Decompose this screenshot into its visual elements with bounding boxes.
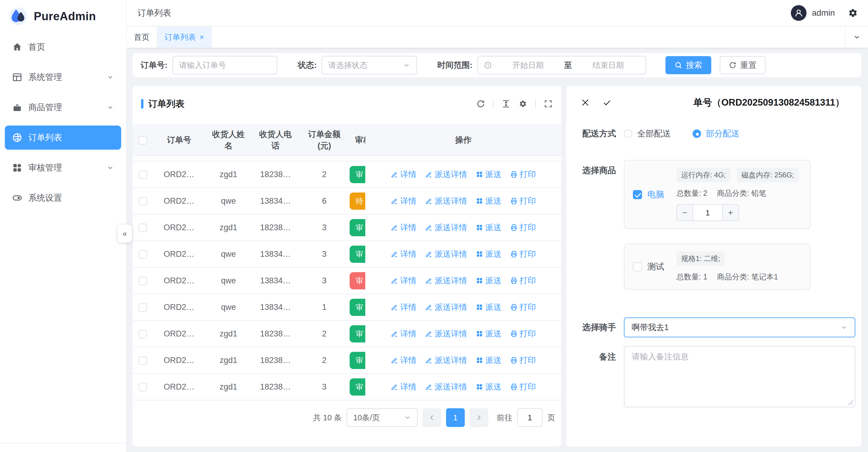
action-detail-link[interactable]: 详情 <box>391 382 416 392</box>
radio-full-delivery[interactable]: 全部配送 <box>624 128 671 139</box>
stepper-plus-button[interactable]: + <box>722 205 738 221</box>
search-button[interactable]: 搜索 <box>665 56 711 74</box>
row-checkbox[interactable] <box>138 330 147 338</box>
row-checkbox[interactable] <box>138 383 147 391</box>
chevron-left-icon <box>428 414 435 421</box>
action-print-link[interactable]: 打印 <box>510 275 536 286</box>
tab-menu-chevron-icon[interactable] <box>845 27 868 48</box>
goto-page-input[interactable] <box>517 408 542 427</box>
confirm-check-icon[interactable] <box>602 98 612 107</box>
status-select[interactable]: 请选择状态 <box>321 56 417 75</box>
stepper-minus-button[interactable]: − <box>677 205 693 221</box>
action-detail-link[interactable]: 详情 <box>391 355 416 366</box>
table-card-header: 订单列表 <box>133 94 561 113</box>
close-icon[interactable] <box>581 98 590 107</box>
action-dispatch-link[interactable]: 派送 <box>475 328 501 339</box>
product-checkbox[interactable] <box>633 262 642 271</box>
sidebar-item-system-settings[interactable]: 系统设置 <box>5 186 121 210</box>
action-dispatch-detail-link[interactable]: 派送详情 <box>425 249 467 259</box>
tab-label: 首页 <box>134 32 150 43</box>
action-detail-link[interactable]: 详情 <box>391 222 416 233</box>
action-dispatch-link[interactable]: 派送 <box>475 249 501 259</box>
next-page-button[interactable] <box>470 408 488 427</box>
fullscreen-icon[interactable] <box>544 99 553 108</box>
rider-select[interactable]: 啊带我去1 <box>624 317 855 337</box>
row-density-icon[interactable] <box>501 99 510 108</box>
avatar[interactable] <box>791 5 807 21</box>
row-checkbox[interactable] <box>138 303 147 312</box>
page-size-select[interactable]: 10条/页 <box>347 408 418 427</box>
remark-textarea[interactable] <box>624 346 855 407</box>
action-print-link[interactable]: 打印 <box>510 382 536 392</box>
sidebar-item-system-management[interactable]: 系统管理 <box>5 65 121 89</box>
edit-pen-icon <box>391 224 398 231</box>
tab-home[interactable]: 首页 <box>127 27 157 48</box>
action-print-link[interactable]: 打印 <box>510 169 536 180</box>
action-detail-link[interactable]: 详情 <box>391 275 416 286</box>
page-number-button[interactable]: 1 <box>446 408 465 427</box>
action-detail-link[interactable]: 详情 <box>391 169 416 180</box>
row-checkbox[interactable] <box>138 250 147 259</box>
resize-grip-icon[interactable] <box>847 399 854 405</box>
sidebar-item-product-management[interactable]: 商品管理 <box>5 95 121 119</box>
action-dispatch-link[interactable]: 派送 <box>475 355 501 366</box>
action-dispatch-detail-link[interactable]: 派送详情 <box>425 275 467 286</box>
row-checkbox[interactable] <box>138 197 147 205</box>
action-dispatch-detail-link[interactable]: 派送详情 <box>425 169 467 180</box>
brand-logo: PureAdmin <box>0 0 126 31</box>
toolbar-divider <box>535 100 536 108</box>
action-dispatch-detail-link[interactable]: 派送详情 <box>425 222 467 233</box>
reset-button[interactable]: 重置 <box>720 56 766 74</box>
action-dispatch-link[interactable]: 派送 <box>475 222 501 233</box>
tab-order-list[interactable]: 订单列表 × <box>157 27 212 48</box>
stepper-value[interactable]: 1 <box>693 205 722 221</box>
row-checkbox[interactable] <box>138 356 147 365</box>
sidebar-collapse-button[interactable]: « <box>118 225 132 243</box>
prev-page-button[interactable] <box>423 408 441 427</box>
column-settings-gear-icon[interactable] <box>518 99 527 108</box>
row-checkbox[interactable] <box>138 277 147 285</box>
action-print-link[interactable]: 打印 <box>510 249 536 259</box>
chevron-down-icon <box>107 74 114 81</box>
sidebar-item-order-list[interactable]: 订单列表 <box>5 125 121 150</box>
action-dispatch-detail-link[interactable]: 派送详情 <box>425 302 467 313</box>
row-checkbox[interactable] <box>138 224 147 232</box>
action-dispatch-detail-link[interactable]: 派送详情 <box>425 355 467 366</box>
order-no-input[interactable] <box>179 61 271 70</box>
table-card-title: 订单列表 <box>148 98 184 110</box>
action-dispatch-link[interactable]: 派送 <box>475 169 501 180</box>
action-print-link[interactable]: 打印 <box>510 196 536 206</box>
search-button-label: 搜索 <box>686 60 702 70</box>
sidebar-item-home[interactable]: 首页 <box>5 35 121 59</box>
action-print-link[interactable]: 打印 <box>510 355 536 366</box>
action-dispatch-link[interactable]: 派送 <box>475 382 501 392</box>
printer-icon <box>510 197 518 205</box>
username[interactable]: admin <box>812 8 835 18</box>
action-dispatch-link[interactable]: 派送 <box>475 302 501 313</box>
settings-gear-icon[interactable] <box>847 7 858 19</box>
date-range-picker[interactable]: 开始日期 至 结束日期 <box>477 56 646 75</box>
action-detail-link[interactable]: 详情 <box>391 328 416 339</box>
table-row: ORD2… zgd1 18238… 3 审 详情 派送详情 派送 打印 <box>133 214 561 241</box>
action-dispatch-link[interactable]: 派送 <box>475 275 501 286</box>
refresh-icon[interactable] <box>476 99 485 108</box>
table-row: ORD2… qwe 13834… 1 审 详情 派送详情 派送 打印 <box>133 294 561 320</box>
status-badge: 审 <box>350 166 365 183</box>
tab-close-icon[interactable]: × <box>199 33 204 41</box>
action-dispatch-detail-link[interactable]: 派送详情 <box>425 328 467 339</box>
action-dispatch-detail-link[interactable]: 派送详情 <box>425 196 467 206</box>
product-checkbox[interactable] <box>633 190 642 199</box>
select-all-checkbox[interactable] <box>138 136 147 144</box>
action-print-link[interactable]: 打印 <box>510 222 536 233</box>
grid-icon <box>475 303 484 311</box>
action-detail-link[interactable]: 详情 <box>391 249 416 259</box>
action-print-link[interactable]: 打印 <box>510 328 536 339</box>
action-dispatch-link[interactable]: 派送 <box>475 196 501 206</box>
action-dispatch-detail-link[interactable]: 派送详情 <box>425 382 467 392</box>
action-detail-link[interactable]: 详情 <box>391 302 416 313</box>
row-checkbox[interactable] <box>138 170 147 179</box>
action-detail-link[interactable]: 详情 <box>391 196 416 206</box>
action-print-link[interactable]: 打印 <box>510 302 536 313</box>
radio-partial-delivery[interactable]: 部分配送 <box>692 128 740 139</box>
sidebar-item-audit-management[interactable]: 审核管理 <box>5 156 121 180</box>
